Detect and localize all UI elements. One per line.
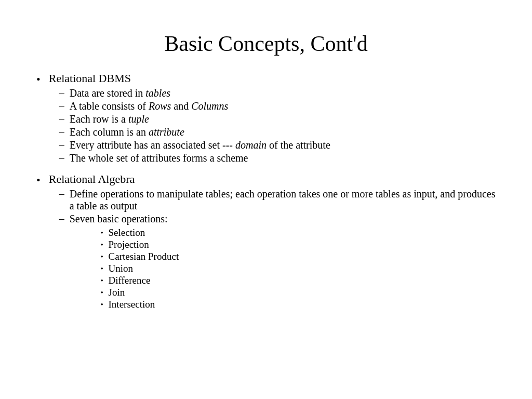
sub-item-attribute: – Each column is an attribute xyxy=(49,126,330,138)
op-union: ● Union xyxy=(70,263,501,274)
list-item-relational-algebra: • Relational Algebra – Define operations… xyxy=(36,172,501,314)
relational-algebra-label: Relational Algebra xyxy=(49,172,135,185)
seven-basic-text: Seven basic operations: ● Selection ● Pr… xyxy=(70,213,501,311)
relational-algebra-content: Relational Algebra – Define operations t… xyxy=(49,172,501,314)
op-join-label: Join xyxy=(109,287,125,298)
dash-icon: – xyxy=(59,126,64,138)
dash-icon: – xyxy=(59,100,64,112)
tuple-text: Each row is a tuple xyxy=(70,113,330,125)
dash-icon: – xyxy=(59,213,64,225)
sub-item-define-operations: – Define operations to manipulate tables… xyxy=(49,188,501,212)
relational-dbms-sub-list: – Data are stored in tables – A table co… xyxy=(49,87,330,164)
rows-columns-text: A table consists of Rows and Columns xyxy=(70,100,330,112)
small-bullet-icon: ● xyxy=(101,230,103,235)
op-intersection-label: Intersection xyxy=(109,299,155,310)
op-cartesian-product: ● Cartesian Product xyxy=(70,251,501,262)
small-bullet-icon: ● xyxy=(101,266,103,271)
small-bullet-icon: ● xyxy=(101,290,103,295)
dash-icon: – xyxy=(59,113,64,125)
sub-item-seven-basic: – Seven basic operations: ● Selection xyxy=(49,213,501,311)
dash-icon: – xyxy=(59,139,64,151)
dash-icon: – xyxy=(59,152,64,164)
sub-item-rows-columns: – A table consists of Rows and Columns xyxy=(49,100,330,112)
op-intersection: ● Intersection xyxy=(70,299,501,310)
op-difference-label: Difference xyxy=(109,275,151,286)
attribute-text: Each column is an attribute xyxy=(70,126,330,138)
relational-dbms-content: Relational DBMS – Data are stored in tab… xyxy=(49,72,330,167)
sub-item-domain: – Every attribute has an associated set … xyxy=(49,139,330,151)
dash-icon: – xyxy=(59,87,64,99)
op-difference: ● Difference xyxy=(70,275,501,286)
op-projection: ● Projection xyxy=(70,239,501,250)
op-union-label: Union xyxy=(109,263,134,274)
domain-text: Every attribute has an associated set --… xyxy=(70,139,330,151)
op-join: ● Join xyxy=(70,287,501,298)
main-list: • Relational DBMS – Data are stored in t… xyxy=(36,72,501,314)
op-cartesian-product-label: Cartesian Product xyxy=(109,251,179,262)
relational-algebra-sub-list: – Define operations to manipulate tables… xyxy=(49,188,501,311)
define-operations-text: Define operations to manipulate tables; … xyxy=(70,188,501,212)
operations-list: ● Selection ● Projection ● xyxy=(70,227,501,310)
scheme-text: The whole set of attributes forms a sche… xyxy=(70,152,330,164)
bullet-dot: • xyxy=(36,73,41,86)
slide-title: Basic Concepts, Cont'd xyxy=(31,31,501,56)
small-bullet-icon: ● xyxy=(101,254,103,259)
stored-tables-text: Data are stored in tables xyxy=(70,87,330,99)
small-bullet-icon: ● xyxy=(101,302,103,307)
relational-dbms-label: Relational DBMS xyxy=(49,72,131,85)
small-bullet-icon: ● xyxy=(101,278,103,283)
sub-item-tuple: – Each row is a tuple xyxy=(49,113,330,125)
dash-icon: – xyxy=(59,188,64,200)
sub-item-scheme: – The whole set of attributes forms a sc… xyxy=(49,152,330,164)
slide-content: • Relational DBMS – Data are stored in t… xyxy=(31,72,501,378)
op-selection: ● Selection xyxy=(70,227,501,238)
list-item-relational-dbms: • Relational DBMS – Data are stored in t… xyxy=(36,72,501,167)
op-projection-label: Projection xyxy=(109,239,149,250)
sub-item-stored-tables: – Data are stored in tables xyxy=(49,87,330,99)
op-selection-label: Selection xyxy=(109,227,145,238)
small-bullet-icon: ● xyxy=(101,242,103,247)
slide: Basic Concepts, Cont'd • Relational DBMS… xyxy=(0,0,532,399)
bullet-dot: • xyxy=(36,174,41,187)
